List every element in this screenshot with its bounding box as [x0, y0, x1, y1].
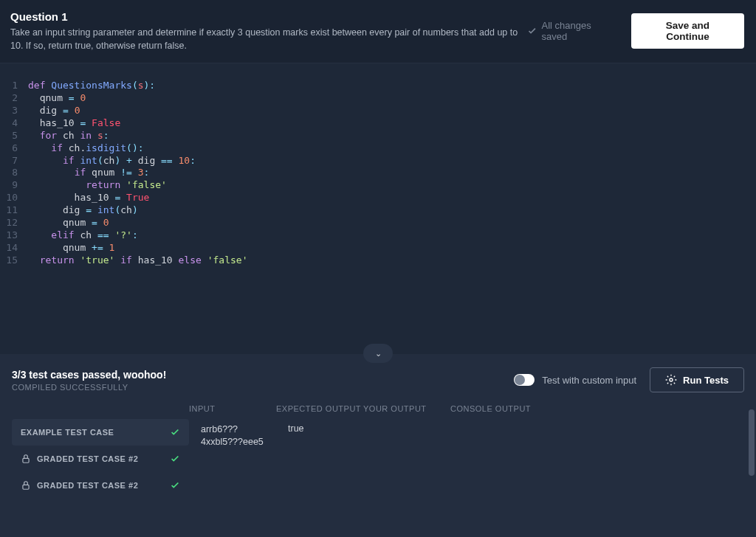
- code-line[interactable]: 15 return 'true' if has_10 else 'false': [0, 254, 756, 267]
- col-header-input: INPUT: [189, 404, 276, 413]
- line-number: 13: [0, 229, 28, 242]
- code-line[interactable]: 4 has_10 = False: [0, 117, 756, 130]
- results-table: EXAMPLE TEST CASEGRADED TEST CASE #2GRAD…: [0, 419, 756, 499]
- code-content[interactable]: dig = 0: [28, 105, 80, 117]
- toggle-knob: [515, 375, 525, 385]
- code-content[interactable]: if ch.isdigit():: [28, 142, 144, 155]
- code-line[interactable]: 14 qnum += 1: [0, 242, 756, 254]
- test-case-list: EXAMPLE TEST CASEGRADED TEST CASE #2GRAD…: [12, 419, 189, 499]
- compile-status: COMPILED SUCCESSFULLY: [12, 383, 166, 392]
- code-line[interactable]: 12 qnum = 0: [0, 217, 756, 229]
- line-number: 7: [0, 155, 28, 167]
- pass-check-icon: [170, 480, 180, 491]
- cell-input: arrb6???4xxbl5???eee5: [201, 423, 288, 448]
- run-tests-label: Run Tests: [683, 375, 729, 386]
- column-headers-row: INPUT EXPECTED OUTPUT YOUR OUTPUT CONSOL…: [0, 400, 756, 419]
- code-line[interactable]: 1def QuestionsMarks(s):: [0, 80, 756, 92]
- code-content[interactable]: qnum = 0: [28, 217, 109, 229]
- code-content[interactable]: has_10 = False: [28, 117, 120, 130]
- code-line[interactable]: 9 return 'false': [0, 179, 756, 192]
- chevron-down-icon: ⌄: [375, 349, 382, 358]
- save-status: All changes saved: [527, 20, 616, 42]
- line-number: 4: [0, 117, 28, 130]
- code-editor[interactable]: 1def QuestionsMarks(s):2 qnum = 03 dig =…: [0, 63, 756, 364]
- code-line[interactable]: 5 for ch in s:: [0, 130, 756, 142]
- pass-check-icon: [170, 427, 180, 437]
- svg-rect-1: [23, 458, 29, 462]
- header-bar: Question 1 Take an input string paramete…: [0, 0, 756, 63]
- code-line[interactable]: 11 dig = int(ch): [0, 204, 756, 217]
- line-number: 6: [0, 142, 28, 155]
- code-line[interactable]: 13 elif ch == '?':: [0, 229, 756, 242]
- line-number: 15: [0, 254, 28, 267]
- code-content[interactable]: elif ch == '?':: [28, 229, 138, 242]
- col-header-expected: EXPECTED OUTPUT: [276, 404, 363, 413]
- scrollbar-thumb[interactable]: [749, 409, 755, 476]
- code-content[interactable]: qnum = 0: [28, 92, 86, 105]
- custom-input-toggle-wrap: Test with custom input: [514, 374, 636, 386]
- code-content[interactable]: dig = int(ch): [28, 204, 138, 217]
- line-number: 14: [0, 242, 28, 254]
- code-line[interactable]: 3 dig = 0: [0, 105, 756, 117]
- save-status-text: All changes saved: [541, 20, 616, 42]
- toggle-label: Test with custom input: [542, 375, 636, 386]
- code-content[interactable]: has_10 = True: [28, 192, 149, 204]
- line-number: 2: [0, 92, 28, 105]
- code-line[interactable]: 7 if int(ch) + dig == 10:: [0, 155, 756, 167]
- results-panel: ⌄ 3/3 test cases passed, woohoo! COMPILE…: [0, 354, 756, 537]
- code-line[interactable]: 6 if ch.isdigit():: [0, 142, 756, 155]
- code-line[interactable]: 10 has_10 = True: [0, 192, 756, 204]
- test-case-name: EXAMPLE TEST CASE: [21, 428, 170, 437]
- code-content[interactable]: for ch in s:: [28, 130, 109, 142]
- code-content[interactable]: def QuestionsMarks(s):: [28, 80, 155, 92]
- code-content[interactable]: if qnum != 3:: [28, 167, 149, 179]
- pass-status: 3/3 test cases passed, woohoo!: [12, 369, 166, 381]
- svg-point-0: [670, 378, 673, 381]
- test-case-name: GRADED TEST CASE #2: [37, 481, 170, 490]
- question-title: Question 1: [10, 10, 527, 23]
- line-number: 10: [0, 192, 28, 204]
- code-content[interactable]: qnum += 1: [28, 242, 114, 254]
- question-description: Take an input string parameter and deter…: [10, 26, 527, 52]
- header-actions: All changes saved Save and Continue: [527, 13, 744, 49]
- line-number: 12: [0, 217, 28, 229]
- line-number: 1: [0, 80, 28, 92]
- save-continue-button[interactable]: Save and Continue: [631, 13, 744, 49]
- cell-expected: true: [288, 423, 375, 434]
- code-content[interactable]: return 'true' if has_10 else 'false': [28, 254, 247, 267]
- code-line[interactable]: 2 qnum = 0: [0, 92, 756, 105]
- pass-check-icon: [170, 454, 180, 464]
- check-icon: [527, 26, 537, 36]
- custom-input-toggle[interactable]: [514, 374, 535, 386]
- test-case-name: GRADED TEST CASE #2: [37, 454, 170, 463]
- test-case-row[interactable]: EXAMPLE TEST CASE: [12, 419, 189, 446]
- col-header-your: YOUR OUTPUT: [363, 404, 450, 413]
- line-number: 9: [0, 179, 28, 192]
- col-header-console: CONSOLE OUTPUT: [450, 404, 756, 413]
- question-info: Question 1 Take an input string paramete…: [10, 10, 527, 52]
- test-case-data-row: arrb6???4xxbl5???eee5 true: [201, 419, 375, 499]
- code-content[interactable]: if int(ch) + dig == 10:: [28, 155, 196, 167]
- run-tests-button[interactable]: Run Tests: [650, 367, 744, 392]
- panel-collapse-handle[interactable]: ⌄: [363, 344, 393, 363]
- line-number: 3: [0, 105, 28, 117]
- code-line[interactable]: 8 if qnum != 3:: [0, 167, 756, 179]
- line-number: 8: [0, 167, 28, 179]
- line-number: 11: [0, 204, 28, 217]
- test-case-row[interactable]: GRADED TEST CASE #2: [12, 472, 189, 499]
- gear-icon: [665, 374, 677, 386]
- lock-icon: [21, 480, 31, 491]
- code-content[interactable]: return 'false': [28, 179, 167, 192]
- lock-icon: [21, 454, 31, 464]
- svg-rect-2: [23, 485, 29, 489]
- line-number: 5: [0, 130, 28, 142]
- test-case-row[interactable]: GRADED TEST CASE #2: [12, 446, 189, 472]
